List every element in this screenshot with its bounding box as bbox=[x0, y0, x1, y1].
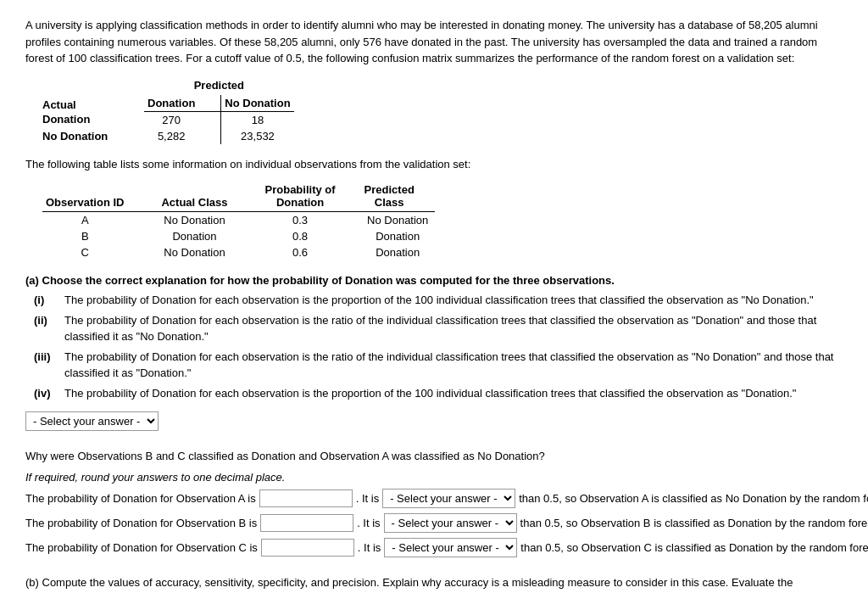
obs-id: B bbox=[42, 228, 158, 244]
option-roman-4: (iv) bbox=[34, 385, 64, 402]
cell-r2c2: 23,532 bbox=[221, 128, 294, 144]
obs-table-row: B Donation 0.8 Donation bbox=[42, 228, 435, 244]
predicted-header: Predicted bbox=[144, 79, 294, 95]
cell-r1c2: 18 bbox=[221, 111, 294, 128]
answer-select-1[interactable]: - Select your answer -greaterless bbox=[382, 489, 515, 508]
it-is-2: . It is bbox=[357, 517, 380, 529]
answer-select-3[interactable]: - Select your answer -greaterless bbox=[384, 538, 517, 557]
obs-prob: 0.8 bbox=[262, 228, 361, 244]
part-a-select[interactable]: - Select your answer -(i)(ii)(iii)(iv) bbox=[25, 411, 159, 431]
why-text: Why were Observations B and C classified… bbox=[25, 450, 843, 462]
obs-actual: No Donation bbox=[158, 212, 261, 229]
prob-label-2: The probability of Donation for Observat… bbox=[25, 517, 257, 529]
it-is-1: . It is bbox=[356, 492, 379, 505]
probability-row-1: The probability of Donation for Observat… bbox=[25, 489, 843, 508]
it-is-3: . It is bbox=[358, 541, 381, 554]
cell-r2c1: 5,282 bbox=[144, 128, 221, 144]
intro-text: A university is applying classification … bbox=[25, 17, 843, 67]
option-roman-2: (ii) bbox=[34, 312, 64, 345]
obs-predicted: Donation bbox=[361, 244, 435, 260]
obs-prob: 0.6 bbox=[262, 244, 361, 260]
col-donation-header: Donation bbox=[144, 95, 221, 112]
option-item-1: (i) The probability of Donation for each… bbox=[34, 292, 843, 309]
obs-predicted: No Donation bbox=[361, 212, 435, 229]
option-text-4: The probability of Donation for each obs… bbox=[64, 385, 796, 402]
prob-label-3: The probability of Donation for Observat… bbox=[25, 541, 258, 554]
probability-row-2: The probability of Donation for Observat… bbox=[25, 513, 843, 533]
part-a-label: (a) Choose the correct explanation for h… bbox=[25, 274, 843, 287]
obs-table-row: C No Donation 0.6 Donation bbox=[42, 244, 435, 260]
part-b-label: (b) Compute the values of accuracy, sens… bbox=[25, 574, 843, 593]
prob-input-3[interactable] bbox=[261, 539, 354, 557]
than-text-1: than 0.5, so Observation A is classified… bbox=[519, 492, 868, 505]
option-item-2: (ii) The probability of Donation for eac… bbox=[34, 312, 843, 345]
probability-row-3: The probability of Donation for Observat… bbox=[25, 538, 843, 557]
obs-id: C bbox=[42, 244, 158, 260]
prob-input-2[interactable] bbox=[260, 514, 353, 532]
than-text-2: than 0.5, so Observation B is classified… bbox=[520, 517, 868, 529]
row-no-donation-label: No Donation bbox=[42, 128, 144, 144]
option-item-4: (iv) The probability of Donation for eac… bbox=[34, 385, 843, 402]
obs-actual: Donation bbox=[158, 228, 261, 244]
answer-select-2[interactable]: - Select your answer -greaterless bbox=[384, 513, 517, 533]
obs-prob: 0.3 bbox=[262, 212, 361, 229]
option-text-2: The probability of Donation for each obs… bbox=[64, 312, 843, 345]
obs-id: A bbox=[42, 212, 158, 229]
obs-col4-header: Predicted Class bbox=[361, 181, 435, 212]
prob-input-1[interactable] bbox=[259, 490, 353, 507]
col-no-donation-header: No Donation bbox=[221, 95, 294, 112]
option-roman-1: (i) bbox=[34, 292, 64, 309]
obs-col2-header: Actual Class bbox=[158, 181, 261, 212]
actual-header: Actual bbox=[42, 95, 144, 112]
option-item-3: (iii) The probability of Donation for ea… bbox=[34, 349, 843, 382]
obs-actual: No Donation bbox=[158, 244, 261, 260]
round-note-a: If required, round your answers to one d… bbox=[25, 471, 843, 484]
cell-r1c1: 270 bbox=[144, 111, 221, 128]
option-roman-3: (iii) bbox=[34, 349, 64, 382]
obs-table-intro: The following table lists some informati… bbox=[25, 156, 843, 173]
obs-table-row: A No Donation 0.3 No Donation bbox=[42, 212, 435, 229]
option-text-1: The probability of Donation for each obs… bbox=[64, 292, 814, 309]
obs-predicted: Donation bbox=[361, 228, 435, 244]
row-donation-label: Donation bbox=[42, 111, 144, 128]
obs-col1-header: Observation ID bbox=[42, 181, 158, 212]
prob-label-1: The probability of Donation for Observat… bbox=[25, 492, 256, 505]
than-text-3: than 0.5, so Observation C is classified… bbox=[520, 541, 868, 554]
option-text-3: The probability of Donation for each obs… bbox=[64, 349, 843, 382]
obs-col3-header: Probability of Donation bbox=[262, 181, 361, 212]
